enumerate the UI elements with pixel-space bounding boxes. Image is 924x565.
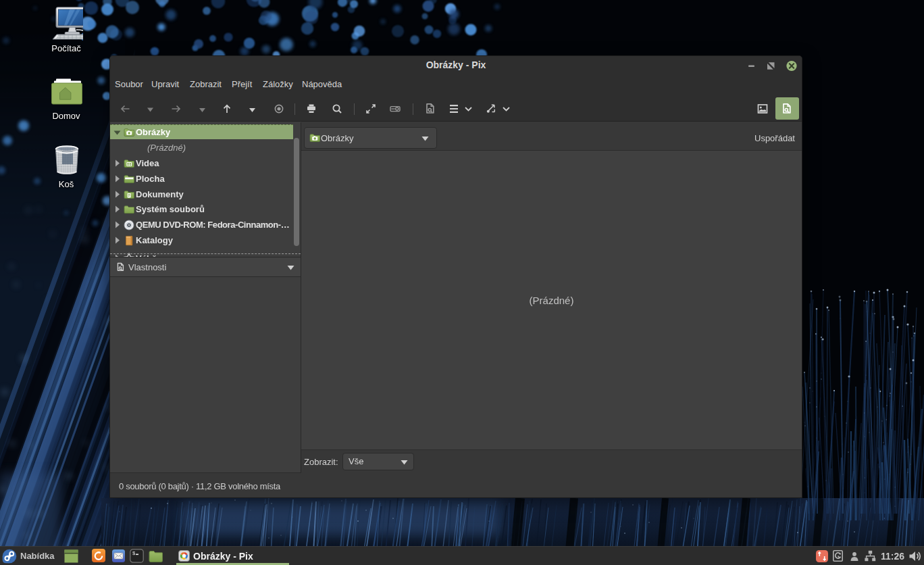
svg-text:$: $ bbox=[132, 551, 135, 556]
